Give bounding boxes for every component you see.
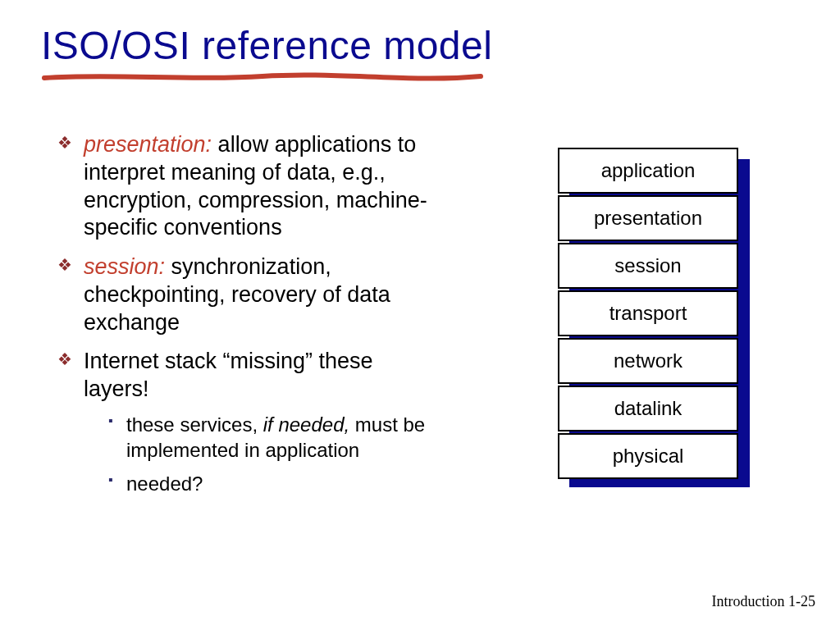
bullet-presentation: presentation: allow applications to inte… — [57, 131, 443, 242]
layer-presentation: presentation — [558, 195, 738, 241]
bullet-missing-text: Internet stack “missing” these layers! — [84, 349, 373, 401]
layer-network-label: network — [614, 349, 682, 372]
sub1-pre: these services, — [126, 413, 263, 436]
sub1-em: if needed, — [263, 413, 349, 436]
slide-title: ISO/OSI reference model — [41, 23, 492, 73]
footer-label: Introduction — [712, 593, 785, 609]
layer-presentation-label: presentation — [594, 207, 702, 230]
layer-physical-label: physical — [613, 445, 684, 468]
title-block: ISO/OSI reference model — [41, 23, 492, 84]
slide: ISO/OSI reference model presentation: al… — [0, 0, 840, 630]
sub2-text: needed? — [126, 472, 203, 495]
title-underline-icon — [41, 71, 484, 84]
bullet-session: session: synchronization, checkpointing,… — [57, 253, 443, 336]
sub-list: these services, if needed, must be imple… — [84, 412, 443, 497]
footer-page: 1-25 — [788, 593, 815, 609]
keyword-presentation: presentation: — [84, 132, 212, 157]
layer-application: application — [558, 148, 738, 194]
layer-application-label: application — [601, 159, 696, 182]
bullet-missing: Internet stack “missing” these layers! t… — [57, 348, 443, 496]
osi-stack: application presentation session transpo… — [558, 148, 746, 479]
layer-datalink: datalink — [558, 386, 738, 431]
body-content: presentation: allow applications to inte… — [57, 131, 443, 508]
layer-physical: physical — [558, 433, 738, 479]
layer-session: session — [558, 243, 738, 289]
stack-layers: application presentation session transpo… — [558, 148, 738, 479]
subbullet-implemented: these services, if needed, must be imple… — [108, 412, 443, 463]
subbullet-needed: needed? — [108, 471, 443, 496]
main-list: presentation: allow applications to inte… — [57, 131, 443, 496]
layer-datalink-label: datalink — [614, 397, 682, 420]
layer-network: network — [558, 338, 738, 384]
layer-session-label: session — [614, 254, 681, 277]
slide-footer: Introduction 1-25 — [712, 593, 815, 610]
layer-transport-label: transport — [609, 302, 687, 325]
keyword-session: session: — [84, 254, 165, 279]
layer-transport: transport — [558, 290, 738, 336]
